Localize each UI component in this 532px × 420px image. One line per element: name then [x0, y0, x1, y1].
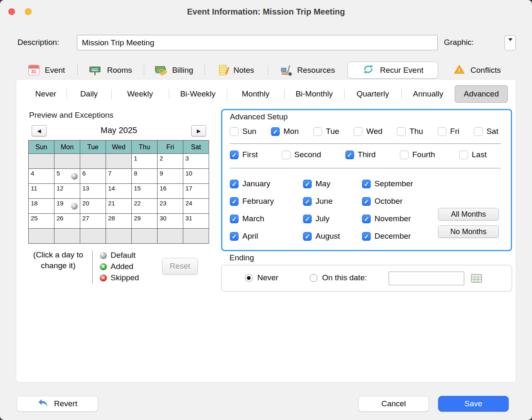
- ending-date-input[interactable]: [389, 272, 464, 285]
- ordinal-checkbox-second[interactable]: Second: [282, 150, 321, 159]
- checkbox[interactable]: [400, 151, 409, 159]
- tab-resources[interactable]: Resources: [268, 62, 347, 79]
- recurrence-tab-monthly[interactable]: Monthly: [227, 85, 284, 103]
- recurrence-tab-bi-monthly[interactable]: Bi-Monthly: [284, 85, 344, 103]
- calendar-day[interactable]: 17: [183, 184, 209, 199]
- checkbox[interactable]: [362, 197, 371, 206]
- checkbox[interactable]: [313, 127, 322, 136]
- calendar-day[interactable]: 13: [80, 184, 106, 199]
- weekday-checkbox-wed[interactable]: Wed: [354, 127, 382, 136]
- month-checkbox-december[interactable]: December: [362, 232, 449, 241]
- next-month-button[interactable]: ▶: [191, 125, 206, 136]
- cancel-button[interactable]: Cancel: [358, 396, 429, 412]
- weekday-checkbox-tue[interactable]: Tue: [313, 127, 339, 136]
- calendar-day[interactable]: 18: [29, 199, 54, 214]
- checkbox[interactable]: [303, 197, 312, 206]
- calendar-day[interactable]: 20: [80, 199, 106, 214]
- calendar-day[interactable]: 30: [158, 214, 183, 229]
- checkbox[interactable]: [345, 151, 354, 159]
- calendar-day[interactable]: 3: [183, 154, 209, 169]
- calendar-day[interactable]: 1: [132, 154, 158, 169]
- graphic-dropdown-button[interactable]: [505, 35, 516, 50]
- weekday-checkbox-thu[interactable]: Thu: [397, 127, 423, 136]
- calendar-day-with-event[interactable]: 19: [54, 199, 80, 214]
- calendar-day[interactable]: 15: [132, 184, 158, 199]
- checkbox[interactable]: [282, 151, 291, 159]
- weekday-checkbox-fri[interactable]: Fri: [438, 127, 459, 136]
- ordinal-checkbox-first[interactable]: First: [230, 150, 258, 159]
- calendar-day[interactable]: 21: [106, 199, 132, 214]
- reset-button[interactable]: Reset: [162, 258, 198, 274]
- checkbox[interactable]: [303, 232, 312, 241]
- month-checkbox-april[interactable]: April: [230, 232, 303, 241]
- month-checkbox-july[interactable]: July: [303, 214, 362, 223]
- calendar-day[interactable]: 26: [54, 214, 80, 229]
- recurrence-tab-weekly[interactable]: Weekly: [111, 85, 169, 103]
- recurrence-tab-advanced[interactable]: Advanced: [455, 85, 508, 103]
- calendar-day[interactable]: 28: [106, 214, 132, 229]
- checkbox[interactable]: [303, 215, 312, 223]
- checkbox[interactable]: [230, 151, 239, 159]
- all-months-button[interactable]: All Months: [438, 208, 499, 220]
- calendar-day-with-event[interactable]: 5: [54, 169, 80, 184]
- checkbox[interactable]: [362, 180, 371, 188]
- calendar-day[interactable]: 16: [158, 184, 183, 199]
- calendar-day[interactable]: 8: [132, 169, 158, 184]
- checkbox[interactable]: [438, 127, 446, 136]
- tab-rooms[interactable]: Rooms: [77, 62, 144, 79]
- calendar-day[interactable]: 31: [183, 214, 209, 229]
- checkbox[interactable]: [230, 197, 239, 206]
- checkbox[interactable]: [271, 127, 280, 136]
- calendar-day[interactable]: 24: [183, 199, 209, 214]
- ordinal-checkbox-fourth[interactable]: Fourth: [400, 150, 435, 159]
- month-checkbox-august[interactable]: August: [303, 232, 362, 241]
- month-checkbox-october[interactable]: October: [362, 197, 449, 206]
- checkbox[interactable]: [362, 232, 371, 241]
- tab-recur-event[interactable]: Recur Event: [347, 62, 438, 79]
- minimize-button[interactable]: [25, 8, 32, 15]
- tab-event[interactable]: 31 Event: [16, 62, 77, 79]
- month-checkbox-january[interactable]: January: [230, 179, 303, 188]
- close-button[interactable]: [8, 8, 15, 15]
- checkbox[interactable]: [354, 127, 362, 136]
- calendar-day[interactable]: 27: [80, 214, 106, 229]
- calendar-day[interactable]: 25: [29, 214, 54, 229]
- checkbox[interactable]: [397, 127, 406, 136]
- prev-month-button[interactable]: ◀: [32, 125, 47, 136]
- checkbox[interactable]: [230, 215, 239, 223]
- revert-button[interactable]: Revert: [17, 396, 98, 412]
- tab-notes[interactable]: Notes: [204, 62, 268, 79]
- calendar-day[interactable]: 14: [106, 184, 132, 199]
- calendar-day[interactable]: 7: [106, 169, 132, 184]
- weekday-checkbox-sun[interactable]: Sun: [230, 127, 256, 136]
- month-checkbox-november[interactable]: November: [362, 214, 449, 223]
- ordinal-checkbox-last[interactable]: Last: [459, 150, 487, 159]
- date-picker-calendar-icon[interactable]: [471, 274, 483, 285]
- calendar-day[interactable]: 4: [29, 169, 54, 184]
- checkbox[interactable]: [459, 151, 468, 159]
- calendar-day[interactable]: 2: [158, 154, 183, 169]
- calendar-day[interactable]: 12: [54, 184, 80, 199]
- checkbox[interactable]: [230, 180, 239, 188]
- checkbox[interactable]: [303, 180, 312, 188]
- weekday-checkbox-mon[interactable]: Mon: [271, 127, 299, 136]
- checkbox[interactable]: [362, 215, 371, 223]
- calendar-day[interactable]: 23: [158, 199, 183, 214]
- ending-on-date-radio[interactable]: [310, 274, 318, 282]
- save-button[interactable]: Save: [438, 396, 509, 412]
- month-checkbox-june[interactable]: June: [303, 197, 362, 206]
- description-input[interactable]: [77, 35, 438, 50]
- recurrence-tab-never[interactable]: Never: [25, 85, 66, 103]
- month-checkbox-february[interactable]: February: [230, 197, 303, 206]
- calendar-day[interactable]: 10: [183, 169, 209, 184]
- month-checkbox-march[interactable]: March: [230, 214, 303, 223]
- month-checkbox-may[interactable]: May: [303, 179, 362, 188]
- weekday-checkbox-sat[interactable]: Sat: [474, 127, 498, 136]
- recurrence-tab-bi-weekly[interactable]: Bi-Weekly: [169, 85, 227, 103]
- calendar-day[interactable]: 9: [158, 169, 183, 184]
- calendar-day[interactable]: 11: [29, 184, 54, 199]
- ordinal-checkbox-third[interactable]: Third: [345, 150, 376, 159]
- tab-conflicts[interactable]: ! Conflicts: [438, 62, 516, 79]
- tab-billing[interactable]: Billing: [144, 62, 204, 79]
- checkbox[interactable]: [230, 232, 239, 241]
